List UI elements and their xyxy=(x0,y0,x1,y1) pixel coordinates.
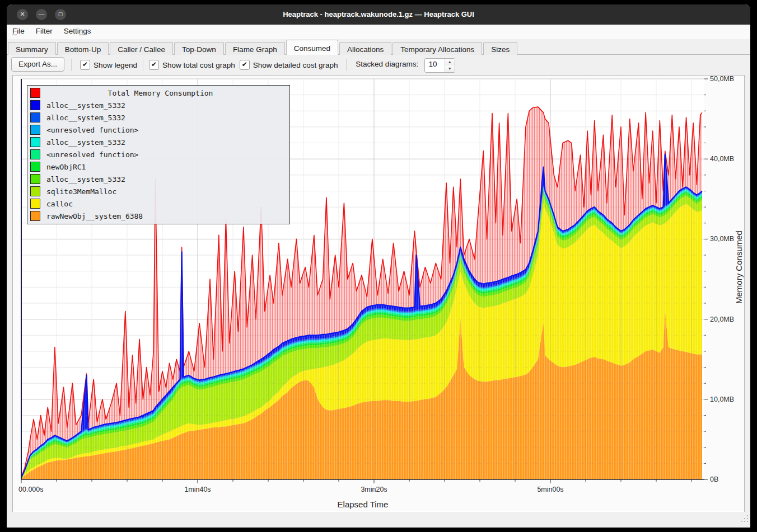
legend-swatch-icon xyxy=(30,199,40,209)
svg-text:40,0MB: 40,0MB xyxy=(710,155,734,163)
svg-text:20,0MB: 20,0MB xyxy=(710,316,734,323)
tab-allocations[interactable]: Allocations xyxy=(339,42,391,56)
window-title: Heaptrack - heaptrack.wakunode.1.gz — He… xyxy=(7,4,750,25)
legend-entry: alloc__system_5332 xyxy=(27,136,289,148)
tab-summary[interactable]: Summary xyxy=(8,42,56,56)
svg-text:50,0MB: 50,0MB xyxy=(710,76,734,83)
tab-bar: SummaryBottom-UpCaller / CalleeTop-DownF… xyxy=(7,39,750,55)
legend-swatch-icon xyxy=(30,162,40,172)
legend-entry: Total Memory Consumption xyxy=(27,87,289,99)
legend-entry: newObjRC1 xyxy=(27,161,289,173)
legend-label: rawNewObj__system_6388 xyxy=(46,212,143,220)
svg-text:3min20s: 3min20s xyxy=(361,486,387,493)
toolbar-separator xyxy=(71,59,72,71)
legend-swatch-icon xyxy=(30,211,40,221)
app-window: ✕ — ▢ Heaptrack - heaptrack.wakunode.1.g… xyxy=(7,4,750,528)
legend-entry: <unresolved function> xyxy=(27,148,289,161)
legend-entry: rawNewObj__system_6388 xyxy=(27,210,289,222)
status-bar xyxy=(7,512,750,528)
svg-text:10,0MB: 10,0MB xyxy=(710,396,734,403)
toolbar-separator xyxy=(346,59,347,71)
checkbox-label: Show total cost graph xyxy=(162,61,235,69)
svg-text:30,0MB: 30,0MB xyxy=(710,235,734,243)
legend-swatch-icon xyxy=(30,112,40,123)
checkbox-label: Show detailed cost graph xyxy=(253,61,338,69)
legend-swatch-icon xyxy=(30,149,40,159)
checkbox-show-detailed-cost-graph[interactable]: ✔Show detailed cost graph xyxy=(240,60,338,70)
checkbox-label: Show legend xyxy=(94,61,137,69)
legend-entry: calloc xyxy=(27,197,289,210)
legend-swatch-icon xyxy=(30,88,40,98)
export-as-button[interactable]: Export As... xyxy=(11,57,64,72)
legend-label: alloc__system_5332 xyxy=(46,101,125,110)
legend-entry: <unresolved function> xyxy=(27,124,289,136)
legend-label: sqlite3MemMalloc xyxy=(46,187,116,196)
spinbox-value[interactable]: 10 xyxy=(425,59,445,72)
legend-label: alloc__system_5332 xyxy=(46,138,125,147)
checkbox-box[interactable]: ✔ xyxy=(149,60,159,70)
legend-swatch-icon xyxy=(30,137,40,147)
svg-text:00.000s: 00.000s xyxy=(18,486,43,493)
tab-flame-graph[interactable]: Flame Graph xyxy=(225,42,285,56)
tab-bottom-up[interactable]: Bottom-Up xyxy=(57,42,109,56)
legend-entry: alloc__system_5332 xyxy=(27,173,289,185)
legend-label: Total Memory Consumption xyxy=(40,89,281,97)
toolbar: Export As... ✔Show legend✔Show total cos… xyxy=(7,55,750,75)
tab-top-down[interactable]: Top-Down xyxy=(174,42,224,56)
tab-consumed[interactable]: Consumed xyxy=(286,40,338,55)
tab-temporary-allocations[interactable]: Temporary Allocations xyxy=(392,42,482,56)
checkbox-show-total-cost-graph[interactable]: ✔Show total cost graph xyxy=(149,60,235,70)
stacked-diagrams-spinbox[interactable]: 10 ▲ ▼ xyxy=(424,58,455,73)
legend-swatch-icon xyxy=(30,100,40,110)
spin-up-icon[interactable]: ▲ xyxy=(445,59,455,65)
svg-text:5min00s: 5min00s xyxy=(537,486,563,493)
spin-down-icon[interactable]: ▼ xyxy=(445,65,455,72)
legend-label: <unresolved function> xyxy=(46,126,138,134)
svg-text:0B: 0B xyxy=(710,475,718,483)
stacked-diagrams-label: Stacked diagrams: xyxy=(356,60,418,68)
legend-label: newObjRC1 xyxy=(46,163,86,171)
legend-swatch-icon xyxy=(30,174,40,184)
checkbox-box[interactable]: ✔ xyxy=(240,60,250,70)
legend-label: alloc__system_5332 xyxy=(46,114,125,122)
menu-filter[interactable]: Filter xyxy=(30,25,58,37)
legend-entry: alloc__system_5332 xyxy=(27,111,289,124)
resize-grip-icon[interactable] xyxy=(741,515,749,522)
menu-bar: FileFilterSettings xyxy=(7,25,750,40)
legend-entry: alloc__system_5332 xyxy=(27,99,289,111)
legend-entry: sqlite3MemMalloc xyxy=(27,185,289,197)
checkbox-box[interactable]: ✔ xyxy=(80,60,90,70)
title-bar[interactable]: ✕ — ▢ Heaptrack - heaptrack.wakunode.1.g… xyxy=(7,4,750,25)
legend-label: alloc__system_5332 xyxy=(46,175,125,183)
legend-swatch-icon xyxy=(30,186,40,196)
legend-swatch-icon xyxy=(30,125,40,135)
tab-caller-callee[interactable]: Caller / Callee xyxy=(110,42,173,56)
chart-legend: Total Memory Consumptionalloc__system_53… xyxy=(27,85,290,224)
legend-label: <unresolved function> xyxy=(46,150,138,159)
menu-file[interactable]: File xyxy=(7,25,30,37)
menu-settings[interactable]: Settings xyxy=(58,25,97,37)
spinbox-arrows: ▲ ▼ xyxy=(445,59,455,72)
legend-label: calloc xyxy=(46,200,73,208)
checkbox-show-legend[interactable]: ✔Show legend xyxy=(80,60,137,70)
svg-text:1min40s: 1min40s xyxy=(184,486,211,493)
tab-sizes[interactable]: Sizes xyxy=(483,42,517,56)
svg-text:Elapsed Time: Elapsed Time xyxy=(338,500,389,509)
